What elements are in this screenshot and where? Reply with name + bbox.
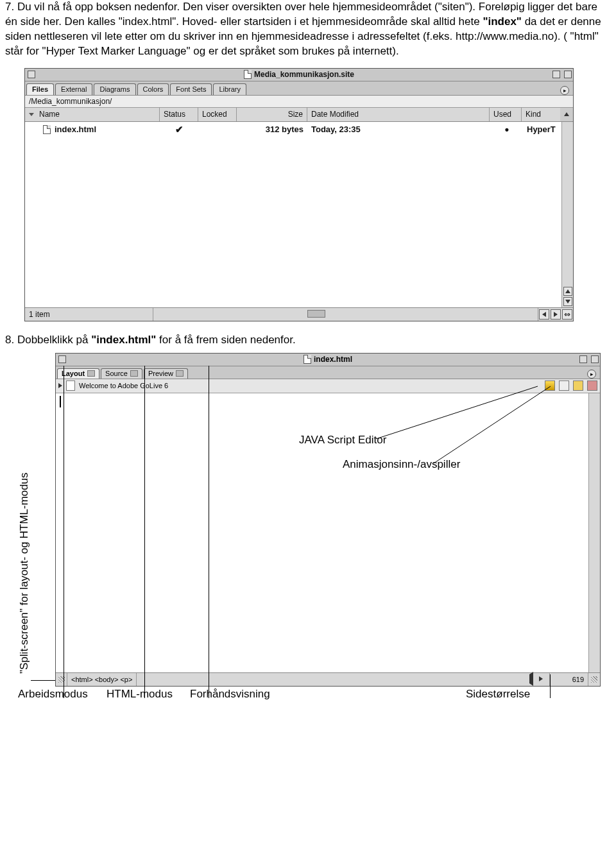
document-icon <box>304 355 311 364</box>
window-title: Media_kommunikasjon.site <box>254 70 354 79</box>
document-icon <box>244 70 252 79</box>
doc-status-bar: <html> <body> <p> 619 <box>56 673 600 686</box>
file-name: index.html <box>55 124 96 134</box>
col-locked[interactable]: Locked <box>198 108 237 121</box>
toggle-pane-icon[interactable]: ⇔ <box>562 309 572 320</box>
tab-colors[interactable]: Colors <box>137 83 169 95</box>
expand-arrow-icon[interactable] <box>58 383 62 388</box>
file-size: 312 bytes <box>237 124 307 134</box>
dhtml-icon[interactable] <box>573 380 583 391</box>
file-used: • <box>491 126 523 133</box>
close-icon[interactable] <box>28 71 35 78</box>
tab-source[interactable]: Source <box>101 368 142 379</box>
guide-line <box>64 366 64 698</box>
view-tabs: Layout Source Preview ▸ <box>56 366 600 379</box>
timeline-icon[interactable] <box>559 380 569 391</box>
scroll-up-icon[interactable] <box>563 287 572 296</box>
col-used[interactable]: Used <box>490 108 522 121</box>
scroll-left-icon[interactable] <box>539 309 549 320</box>
scroll-down-icon[interactable] <box>563 297 572 306</box>
step7-num: 7. <box>5 1 14 13</box>
anno-sidestorrelse: Sidestørrelse <box>466 688 530 701</box>
col-status[interactable]: Status <box>160 108 198 121</box>
horizontal-scrollbar[interactable] <box>136 673 550 686</box>
tab-library[interactable]: Library <box>213 83 246 95</box>
sort-direction-icon[interactable] <box>564 112 569 116</box>
vertical-scrollbar[interactable] <box>588 393 600 672</box>
source-icon <box>130 370 138 377</box>
guide-line <box>209 366 209 698</box>
collapse-icon[interactable] <box>591 355 599 363</box>
path-bar: /Media_kommunikasjon/ <box>25 96 573 108</box>
scroll-right-icon[interactable] <box>539 674 548 683</box>
anno-split-screen: "Split-screen" for layout- og HTML-modus <box>18 472 31 673</box>
page-title-field[interactable]: Welcome to Adobe GoLive 6 <box>79 382 168 389</box>
layout-icon <box>87 370 95 377</box>
file-status: ✔ <box>160 124 198 135</box>
file-list: index.html ✔ 312 bytes Today, 23:35 • Hy… <box>25 122 573 308</box>
status-bar: 1 item ⇔ <box>25 308 573 321</box>
col-size[interactable]: Size <box>237 108 307 121</box>
tab-external[interactable]: External <box>55 83 92 95</box>
column-headers: Name Status Locked Size Date Modified Us… <box>25 108 573 122</box>
step8-text: 8. Dobbelklikk på "index.html" for å få … <box>5 333 611 348</box>
col-date[interactable]: Date Modified <box>307 108 490 121</box>
resize-grip-icon[interactable] <box>588 673 600 686</box>
file-row[interactable]: index.html ✔ 312 bytes Today, 23:35 • Hy… <box>25 122 573 137</box>
tab-files[interactable]: Files <box>26 83 54 95</box>
preview-icon <box>176 370 184 377</box>
file-date: Today, 23:35 <box>307 124 491 134</box>
anno-forhandsvisning: Forhåndsvisning <box>190 688 270 701</box>
text-cursor <box>60 396 61 407</box>
page-icon[interactable] <box>66 380 75 391</box>
doc-titlebar[interactable]: index.html <box>56 354 600 366</box>
step8-num: 8. <box>5 334 14 346</box>
tab-fontsets[interactable]: Font Sets <box>170 83 212 95</box>
scroll-right-icon[interactable] <box>551 309 561 320</box>
anno-html-modus: HTML-modus <box>107 688 173 701</box>
col-name[interactable]: Name <box>25 108 160 121</box>
vertical-scrollbar[interactable] <box>561 122 573 307</box>
anno-arbeidsmodus: Arbeidsmodus <box>18 688 88 701</box>
bottom-annotations: Arbeidsmodus HTML-modus Forhåndsvisning … <box>55 688 601 707</box>
sort-icon <box>29 113 34 116</box>
page-header-bar: Welcome to Adobe GoLive 6 <box>56 379 600 393</box>
panel-menu-icon[interactable]: ▸ <box>587 370 596 379</box>
col-kind[interactable]: Kind <box>522 108 560 121</box>
scroll-left-icon[interactable] <box>529 674 538 683</box>
zoom-icon[interactable] <box>552 71 560 78</box>
guide-line <box>144 366 145 698</box>
file-kind: HyperT <box>523 124 561 134</box>
tab-diagrams[interactable]: Diagrams <box>94 83 135 95</box>
close-icon[interactable] <box>58 355 66 363</box>
collapse-icon[interactable] <box>564 71 572 78</box>
html-file-icon <box>43 125 51 134</box>
css-icon[interactable] <box>587 380 597 391</box>
guide-line <box>31 680 55 681</box>
tab-preview[interactable]: Preview <box>144 368 188 379</box>
horizontal-scrollbar[interactable] <box>153 308 538 321</box>
page-size[interactable]: 619 <box>550 673 588 686</box>
anno-js-editor: JAVA Script Editor <box>299 434 386 447</box>
site-window: Media_kommunikasjon.site Files External … <box>24 68 574 321</box>
item-count: 1 item <box>25 308 153 321</box>
split-grip-icon[interactable] <box>56 673 67 686</box>
js-editor-icon[interactable] <box>545 380 555 391</box>
tabs-row: Files External Diagrams Colors Font Sets… <box>25 81 573 96</box>
zoom-icon[interactable] <box>579 355 587 363</box>
document-window: index.html Layout Source Preview ▸ Welco… <box>55 353 601 687</box>
step7-text: 7. Du vil nå få opp boksen nedenfor. Den… <box>5 0 611 59</box>
titlebar[interactable]: Media_kommunikasjon.site <box>25 69 573 81</box>
doc-title: index.html <box>314 355 352 364</box>
panel-menu-icon[interactable]: ▸ <box>560 86 569 95</box>
anno-animation: Animasjonsinn-/avspiller <box>343 458 460 471</box>
element-path[interactable]: <html> <body> <p> <box>67 676 136 683</box>
